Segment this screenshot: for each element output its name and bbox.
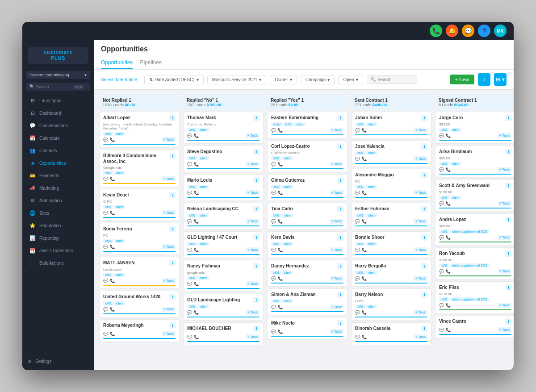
sort-btn[interactable]: ⇅ Date Added (DESC) ▾ <box>144 75 204 84</box>
add-task-button[interactable]: + Task <box>162 278 176 283</box>
status-btn[interactable]: Open ▾ <box>338 75 363 84</box>
opportunity-card[interactable]: Eric Fliss ℹ $115.00 lst01winter supplem… <box>435 281 514 313</box>
add-task-button[interactable]: + Task <box>162 176 176 181</box>
add-task-button[interactable]: + Task <box>414 247 427 252</box>
phone-icon[interactable]: 📞 <box>110 307 115 312</box>
add-task-button[interactable]: + Task <box>498 269 511 274</box>
phone-icon[interactable]: 📞 <box>446 133 451 138</box>
add-task-button[interactable]: + Task <box>330 329 343 334</box>
phone-icon[interactable]: 📞 <box>446 201 451 206</box>
add-task-button[interactable]: + Task <box>246 334 260 339</box>
phone-icon[interactable]: 📞 <box>110 138 115 142</box>
opportunity-card[interactable]: Bonnie Shoor ℹ lst01client 💬 📞 + Task <box>351 231 431 258</box>
opportunity-card[interactable]: Scott & Amy Greenwald ℹ $150.00 lst01cli… <box>435 179 514 212</box>
add-task-button[interactable]: + Task <box>246 247 260 252</box>
card-info-icon[interactable]: ℹ <box>421 263 427 269</box>
card-info-icon[interactable]: ℹ <box>253 325 260 332</box>
add-task-button[interactable]: + Task <box>162 210 176 215</box>
add-task-button[interactable]: + Task <box>414 128 427 133</box>
card-info-icon[interactable]: ℹ <box>253 149 260 155</box>
opportunity-card[interactable]: Vince Castro ℹ 💬 📞 + Task <box>435 315 514 338</box>
chat-icon[interactable]: 💬 <box>271 305 276 309</box>
opportunity-card[interactable]: MICHAEL BOUCHER ℹ 💬 📞 + Task <box>183 322 264 345</box>
tab-pipelines[interactable]: Pipelines <box>140 57 162 69</box>
phone-icon[interactable]: 📞 <box>194 219 199 224</box>
opportunity-card[interactable]: Jose Valencia ℹ lst01client 💬 📞 + Task <box>351 140 431 167</box>
search-bar[interactable]: 🔍 ctrl K <box>26 83 90 91</box>
card-info-icon[interactable]: ℹ <box>421 172 427 178</box>
phone-icon[interactable]: 📞 <box>110 279 115 283</box>
sidebar-item-bulk-actions[interactable]: ⋮⋮ Bulk Actions <box>24 257 92 269</box>
chat-icon[interactable]: 💬 <box>439 235 444 240</box>
card-info-icon[interactable]: ℹ <box>505 149 511 155</box>
chat-icon[interactable]: 💬 <box>439 133 444 138</box>
tab-opportunities[interactable]: Opportunities <box>101 57 133 69</box>
sidebar-item-reporting[interactable]: 📊 Reporting <box>24 232 92 244</box>
card-info-icon[interactable]: ℹ <box>421 143 427 150</box>
sidebar-item-calendars[interactable]: 📅 Calendars <box>24 132 92 144</box>
chat-icon[interactable]: 💬 <box>271 329 276 334</box>
add-task-button[interactable]: + Task <box>498 235 511 240</box>
phone-icon[interactable]: 📞 <box>110 332 115 336</box>
add-task-button[interactable]: + Task <box>330 162 343 167</box>
chat-icon[interactable]: 💬 <box>271 128 276 133</box>
opportunity-card[interactable]: Kevin Deuel ℹ O PC lst01client 💬 📞 + Tas… <box>99 189 180 221</box>
add-task-button[interactable]: + Task <box>330 247 343 252</box>
card-info-icon[interactable]: ℹ <box>421 206 427 212</box>
add-task-button[interactable]: + Task <box>498 167 511 172</box>
card-info-icon[interactable]: ℹ <box>253 115 260 121</box>
add-task-button[interactable]: + Task <box>246 133 260 138</box>
chat-icon[interactable]: 💬 <box>187 282 192 286</box>
phone-icon[interactable]: 📞 <box>362 310 367 315</box>
phone-icon[interactable]: 📞 <box>278 191 283 195</box>
phone-icon[interactable]: 📞 <box>362 335 367 339</box>
phone-icon[interactable]: 📞 <box>194 162 199 167</box>
card-info-icon[interactable]: ℹ <box>253 234 260 241</box>
card-info-icon[interactable]: ℹ <box>337 177 343 183</box>
phone-icon[interactable]: 📞 <box>362 191 367 195</box>
add-task-button[interactable]: + Task <box>162 331 176 336</box>
sidebar-item-conversations[interactable]: 💬 Conversations <box>24 120 92 131</box>
add-task-button[interactable]: + Task <box>246 281 260 286</box>
add-task-button[interactable]: + Task <box>498 201 511 206</box>
phone-icon[interactable]: 📞 <box>278 162 283 167</box>
opportunity-card[interactable]: Harry Bergollo ℹ lst01client 💬 📞 + Task <box>351 260 431 287</box>
chat-icon[interactable]: 💬 <box>271 276 276 281</box>
card-info-icon[interactable]: ℹ <box>337 263 343 269</box>
opportunity-card[interactable]: Nelson Landscaping CC ℹ lst01client 💬 📞 … <box>183 203 264 229</box>
phone-icon[interactable]: 📞 <box>362 157 367 161</box>
card-info-icon[interactable]: ℹ <box>337 320 343 326</box>
opportunity-card[interactable]: Mike Nuclo ℹ 💬 📞 + Task <box>267 317 348 340</box>
phone-icon[interactable]: 📞 <box>446 328 451 332</box>
sidebar-item-contacts[interactable]: 👥 Contacts <box>24 145 92 156</box>
card-info-icon[interactable]: ℹ <box>505 217 511 223</box>
pipeline-btn[interactable]: Mosquito Service 2021 ▾ <box>207 75 267 84</box>
chat-icon[interactable]: 💬 <box>355 157 360 161</box>
opportunity-card[interactable]: Dinorah Cassola ℹ 💬 📞 + Task <box>351 322 431 345</box>
opportunity-card[interactable]: Nancy Fishman ℹ google ads lst01client 💬… <box>183 260 264 292</box>
chat-icon[interactable]: 💬 <box>103 245 108 249</box>
card-info-icon[interactable]: ℹ <box>421 234 427 241</box>
add-task-button[interactable]: + Task <box>246 190 260 195</box>
chat-icon[interactable]: 💬 <box>439 201 444 206</box>
add-task-button[interactable]: + Task <box>414 334 427 339</box>
card-info-icon[interactable]: ℹ <box>337 234 343 241</box>
add-task-button[interactable]: + Task <box>330 219 343 224</box>
add-task-button[interactable]: + Task <box>414 310 427 315</box>
opportunity-card[interactable]: Sonia Ferrera ℹ PC lst01client 💬 📞 + Tas… <box>99 223 180 255</box>
owner-btn[interactable]: Owner ▾ <box>270 75 297 84</box>
opportunity-card[interactable]: MATT JANSEN ℹ Landscaper lst01client 💬 📞… <box>99 257 180 289</box>
card-info-icon[interactable]: ℹ <box>253 263 260 269</box>
chat-icon[interactable]: 💬 <box>103 279 108 283</box>
card-info-icon[interactable]: ℹ <box>505 250 511 257</box>
chat-icon[interactable]: 💬 <box>271 248 276 252</box>
opportunity-card[interactable]: Kern Davis ℹ lst01client 💬 📞 + Task <box>267 231 348 258</box>
top-icon-message[interactable]: 💬 <box>462 25 474 37</box>
card-info-icon[interactable]: ℹ <box>169 260 176 266</box>
card-info-icon[interactable]: ℹ <box>337 143 343 150</box>
phone-icon[interactable]: 📞 <box>446 269 451 274</box>
add-task-button[interactable]: + Task <box>246 162 260 167</box>
phone-icon[interactable]: 📞 <box>278 128 283 133</box>
phone-icon[interactable]: 📞 <box>362 248 367 252</box>
phone-icon[interactable]: 📞 <box>194 191 199 195</box>
